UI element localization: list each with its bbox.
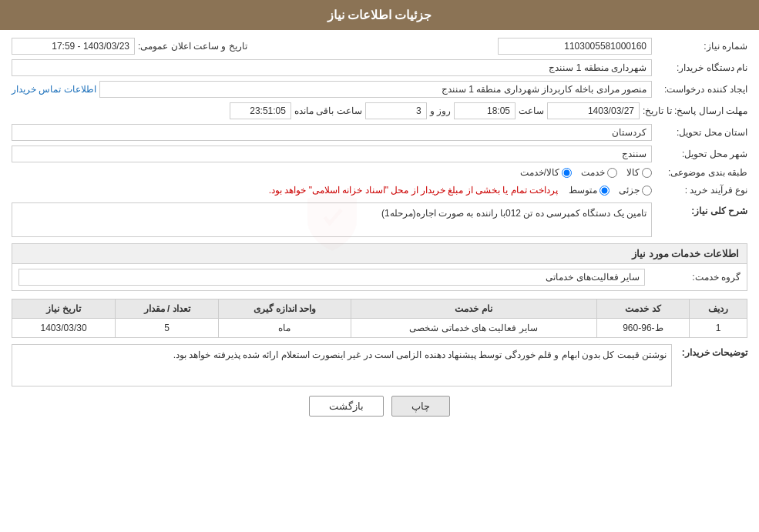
- creator-contact-link[interactable]: اطلاعات تماس خریدار: [12, 84, 96, 95]
- category-kala-khedmat-label: کالا/خدمت: [520, 167, 559, 178]
- col-unit: واحد اندازه گیری: [219, 299, 351, 319]
- category-radio-group: کالا خدمت کالا/خدمت: [520, 167, 652, 178]
- buttons-row: چاپ بازگشت: [12, 396, 747, 417]
- buyer-notes-section: توضیحات خریدار: نوشتن قیمت کل بدون ابهام…: [12, 344, 747, 386]
- category-kala-khedmat-item: کالا/خدمت: [520, 167, 572, 178]
- table-row: 1ط-96-960سایر فعالیت های خدماتی شخصیماه5…: [12, 319, 747, 338]
- table-cell: ط-96-960: [596, 319, 690, 338]
- category-row: طبقه بندی موضوعی: کالا خدمت کالا/خدمت: [12, 167, 747, 178]
- buyer-org-label: نام دستگاه خریدار:: [655, 62, 747, 73]
- need-number-row: شماره نیاز: 1103005581000160 تاریخ و ساع…: [12, 38, 747, 55]
- service-group-value: سایر فعالیت‌های خدماتی: [18, 269, 645, 286]
- creator-label: ایجاد کننده درخواست:: [655, 84, 747, 95]
- process-row: نوع فرآیند خرید : جزئی متوسط پرداخت تمام…: [12, 182, 747, 198]
- watermark-shield-icon: [301, 186, 363, 255]
- deadline-label: مهلت ارسال پاسخ: تا تاریخ:: [643, 105, 747, 116]
- process-jezei-radio[interactable]: [642, 186, 652, 196]
- page-header: جزئیات اطلاعات نیاز: [0, 0, 759, 30]
- need-description-row: شرح کلی نیاز: تامین یک دستگاه کمپرسی ده …: [12, 202, 747, 237]
- process-label: نوع فرآیند خرید :: [655, 185, 747, 196]
- services-section-header: اطلاعات خدمات مورد نیاز: [12, 243, 747, 264]
- city-label: شهر محل تحویل:: [655, 149, 747, 159]
- deadline-days-label: روز و: [430, 105, 451, 116]
- process-motavaset-item: متوسط: [569, 185, 610, 196]
- service-group-label: گروه خدمت:: [648, 272, 741, 283]
- process-motavaset-radio[interactable]: [599, 186, 610, 196]
- service-group-row: گروه خدمت: سایر فعالیت‌های خدماتی: [12, 264, 747, 291]
- category-kala-item: کالا: [626, 167, 652, 178]
- need-number-label: شماره نیاز:: [655, 41, 747, 52]
- category-kala-label: کالا: [626, 167, 640, 178]
- col-rownum: ردیف: [690, 299, 747, 319]
- category-kala-khedmat-radio[interactable]: [562, 168, 572, 178]
- deadline-row: مهلت ارسال پاسخ: تا تاریخ: 1403/03/27 سا…: [12, 102, 747, 119]
- category-kala-radio[interactable]: [642, 168, 652, 178]
- city-value: سنندج: [12, 146, 652, 162]
- deadline-remaining-label: ساعت باقی مانده: [294, 105, 362, 116]
- deadline-time-label: ساعت: [519, 105, 544, 116]
- back-button[interactable]: بازگشت: [309, 396, 384, 417]
- page-title: جزئیات اطلاعات نیاز: [327, 8, 432, 22]
- province-row: استان محل تحویل: کردستان: [12, 124, 747, 141]
- table-cell: ماه: [219, 319, 351, 338]
- page-container: جزئیات اطلاعات نیاز شماره نیاز: 11030055…: [0, 0, 759, 532]
- col-date: تاریخ نیاز: [12, 299, 116, 319]
- need-description-label: شرح کلی نیاز:: [655, 202, 747, 216]
- process-jezei-label: جزئی: [619, 185, 640, 196]
- process-jezei-item: جزئی: [619, 185, 652, 196]
- main-content: شماره نیاز: 1103005581000160 تاریخ و ساع…: [0, 30, 759, 432]
- creator-row: ایجاد کننده درخواست: منصور مرادی باخله ک…: [12, 81, 747, 98]
- col-code: کد خدمت: [596, 299, 690, 319]
- buyer-notes-label: توضیحات خریدار:: [678, 344, 747, 358]
- province-label: استان محل تحویل:: [655, 127, 747, 138]
- province-value: کردستان: [12, 124, 652, 141]
- announcement-date-label: تاریخ و ساعت اعلان عمومی:: [138, 41, 247, 52]
- deadline-remaining: 23:51:05: [230, 102, 291, 119]
- need-description-container: تامین یک دستگاه کمپرسی ده تن 012با رانند…: [12, 202, 652, 237]
- deadline-days: 3: [365, 102, 427, 119]
- announcement-date-value: 1403/03/23 - 17:59: [12, 38, 135, 55]
- table-cell: سایر فعالیت های خدماتی شخصی: [351, 319, 596, 338]
- category-khedmat-radio[interactable]: [607, 168, 617, 178]
- services-section-title: اطلاعات خدمات مورد نیاز: [632, 248, 739, 259]
- deadline-time: 18:05: [454, 102, 516, 119]
- col-quantity: تعداد / مقدار: [116, 299, 219, 319]
- deadline-date: 1403/03/27: [547, 102, 640, 119]
- creator-value: منصور مرادی باخله کاربرداز شهرداری منطقه…: [99, 81, 652, 98]
- buyer-org-row: نام دستگاه خریدار: شهرداری منطقه 1 سنندج: [12, 59, 747, 76]
- city-row: شهر محل تحویل: سنندج: [12, 146, 747, 162]
- table-cell: 1403/03/30: [12, 319, 116, 338]
- services-table: ردیف کد خدمت نام خدمت واحد اندازه گیری ت…: [12, 299, 747, 338]
- table-cell: 1: [690, 319, 747, 338]
- table-cell: 5: [116, 319, 219, 338]
- category-khedmat-item: خدمت: [581, 167, 617, 178]
- category-label: طبقه بندی موضوعی:: [655, 167, 747, 178]
- services-section: ردیف کد خدمت نام خدمت واحد اندازه گیری ت…: [12, 299, 747, 338]
- print-button[interactable]: چاپ: [391, 396, 450, 417]
- process-motavaset-label: متوسط: [569, 185, 597, 196]
- services-table-header-row: ردیف کد خدمت نام خدمت واحد اندازه گیری ت…: [12, 299, 747, 319]
- buyer-org-value: شهرداری منطقه 1 سنندج: [12, 59, 652, 76]
- category-khedmat-label: خدمت: [581, 167, 605, 178]
- need-number-value: 1103005581000160: [498, 38, 652, 55]
- process-radio-group: جزئی متوسط: [569, 185, 652, 196]
- buyer-notes-value: نوشتن قیمت کل بدون ابهام و قلم خوردگی تو…: [12, 344, 672, 386]
- col-name: نام خدمت: [351, 299, 596, 319]
